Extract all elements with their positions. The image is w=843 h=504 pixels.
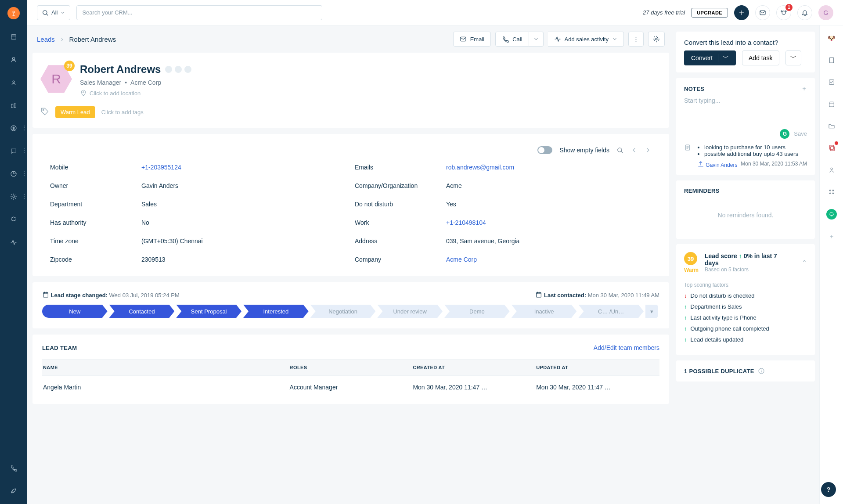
nav-accounts-icon[interactable]: [8, 100, 19, 111]
nav-leads-icon[interactable]: [8, 54, 19, 65]
help-fab[interactable]: ?: [821, 482, 836, 497]
svg-point-15: [656, 38, 657, 40]
field-value[interactable]: +1-210498104: [446, 219, 652, 226]
note-entry: looking to purchase for 10 userspossible…: [684, 139, 807, 157]
field-value[interactable]: Acme Corp: [446, 256, 652, 263]
mail-button[interactable]: [755, 5, 770, 20]
svg-point-12: [781, 11, 782, 12]
nav-deals-icon[interactable]: ⋮: [8, 123, 19, 133]
stage-inactive[interactable]: Inactive: [512, 305, 577, 318]
svg-point-28: [831, 168, 832, 169]
stage-demo[interactable]: Demo: [444, 305, 510, 318]
nav-settings-icon[interactable]: ⋮: [8, 191, 19, 202]
add-location-link[interactable]: Click to add location: [80, 90, 191, 97]
more-actions-button[interactable]: ⋮: [628, 32, 644, 47]
field-value[interactable]: rob.andrews@gmail.com: [446, 164, 652, 171]
field-label: Has authority: [50, 219, 133, 226]
add-widget-icon[interactable]: ＋: [827, 232, 836, 241]
nav-phone-icon[interactable]: [8, 463, 19, 473]
svg-point-13: [785, 11, 786, 12]
phone-icon: [502, 36, 509, 43]
chevron-down-icon: [612, 36, 617, 42]
edit-team-link[interactable]: Add/Edit team members: [594, 344, 659, 351]
svg-rect-24: [829, 80, 834, 85]
add-tags-link[interactable]: Click to add tags: [101, 109, 144, 115]
social-facebook-icon[interactable]: [165, 66, 172, 73]
stage-negotiation[interactable]: Negotiation: [310, 305, 376, 318]
stage-new[interactable]: New: [42, 305, 108, 318]
prev-lead-icon[interactable]: [630, 147, 638, 154]
settings-button[interactable]: [648, 32, 665, 47]
note-line: possible additional buy upto 43 users: [704, 151, 798, 157]
left-nav-rail: ⋮ ⋮ ⋮ ⋮: [0, 0, 27, 504]
files-rail-icon[interactable]: [827, 121, 836, 131]
freddy-insights-icon[interactable]: 🐶: [827, 33, 836, 43]
note-input[interactable]: [684, 97, 807, 128]
stage-changed: Lead stage changed: Wed 03 Jul, 2019 05:…: [42, 291, 180, 299]
field-label: Mobile: [50, 164, 133, 171]
note-icon: [684, 144, 691, 151]
next-lead-icon[interactable]: [645, 147, 652, 154]
nav-reports-icon[interactable]: ⋮: [8, 169, 19, 179]
tasks-rail-icon[interactable]: [827, 77, 836, 87]
notifications-button[interactable]: [797, 5, 812, 20]
nav-leaf-icon[interactable]: [8, 486, 19, 496]
notes-rail-icon[interactable]: [827, 55, 836, 65]
breadcrumb-root[interactable]: Leads: [37, 36, 55, 43]
field-label: Work: [355, 219, 438, 226]
score-subtitle: Based on 5 factors: [705, 266, 789, 273]
save-note-button[interactable]: Save: [794, 130, 807, 137]
chevron-right-icon: ›: [61, 36, 63, 43]
svg-point-0: [13, 11, 14, 13]
svg-rect-26: [829, 145, 833, 149]
stage-interested[interactable]: Interested: [243, 305, 309, 318]
user-avatar[interactable]: G: [818, 5, 833, 20]
add-activity-button[interactable]: Add sales activity: [548, 32, 624, 47]
stage-menu[interactable]: ▾: [645, 305, 658, 318]
nav-activity-icon[interactable]: [8, 237, 19, 248]
social-twitter-icon[interactable]: [175, 66, 182, 73]
upgrade-button[interactable]: UPGRADE: [691, 8, 728, 18]
contacts-rail-icon[interactable]: [827, 165, 836, 175]
call-button[interactable]: Call: [495, 32, 529, 47]
freddy-button[interactable]: 1: [776, 5, 791, 20]
nav-dashboard-icon[interactable]: [8, 32, 19, 42]
nav-conversations-icon[interactable]: ⋮: [8, 146, 19, 156]
social-linkedin-icon[interactable]: [184, 66, 191, 73]
search-filter-dropdown[interactable]: All: [37, 5, 70, 20]
tag-chip[interactable]: Warm Lead: [55, 106, 95, 118]
field-value: Yes: [446, 201, 652, 208]
team-row[interactable]: Angela MartinAccount ManagerMon 30 Mar, …: [42, 376, 659, 391]
field-value[interactable]: +1-203955124: [141, 164, 347, 171]
nav-apps-icon[interactable]: [8, 214, 19, 225]
score-factor: ↑Outgoing phone call completed: [684, 325, 807, 332]
quick-add-button[interactable]: [734, 5, 749, 20]
lead-score-panel: 39 Warm Lead score ↑ 0% in last 7 days B…: [676, 244, 815, 355]
search-input[interactable]: [76, 5, 322, 20]
stage-sent-proposal[interactable]: Sent Proposal: [176, 305, 241, 318]
notes-panel: NOTES＋ GSave looking to purchase for 10 …: [676, 78, 815, 175]
svg-point-31: [829, 193, 831, 194]
call-button-dropdown[interactable]: [529, 32, 544, 47]
deals-rail-icon[interactable]: [827, 143, 836, 153]
appointments-rail-icon[interactable]: [827, 99, 836, 109]
duplicate-panel[interactable]: 1 POSSIBLE DUPLICATE: [676, 360, 815, 382]
add-task-dropdown[interactable]: ﹀: [785, 50, 801, 65]
add-note-icon[interactable]: ＋: [801, 85, 807, 93]
nav-contacts-icon[interactable]: [8, 77, 19, 88]
convert-button[interactable]: Convert﹀: [684, 50, 736, 65]
add-task-button[interactable]: Add task: [742, 50, 779, 65]
lead-score-badge: 39: [64, 61, 75, 71]
collapse-icon[interactable]: ⌃: [802, 259, 807, 266]
stage-contacted[interactable]: Contacted: [109, 305, 175, 318]
app-logo[interactable]: [7, 7, 20, 19]
field-value: Gavin Anders: [141, 182, 347, 189]
email-button[interactable]: Email: [453, 32, 491, 47]
integrations-rail-icon[interactable]: [827, 187, 836, 197]
search-details-icon[interactable]: [616, 147, 623, 154]
show-empty-toggle[interactable]: [537, 146, 552, 154]
stage-c-un-[interactable]: C… /Un…: [578, 305, 644, 318]
chevron-down-icon: [60, 10, 65, 15]
stage-under-review[interactable]: Under review: [377, 305, 443, 318]
chat-rail-icon[interactable]: [826, 209, 837, 220]
